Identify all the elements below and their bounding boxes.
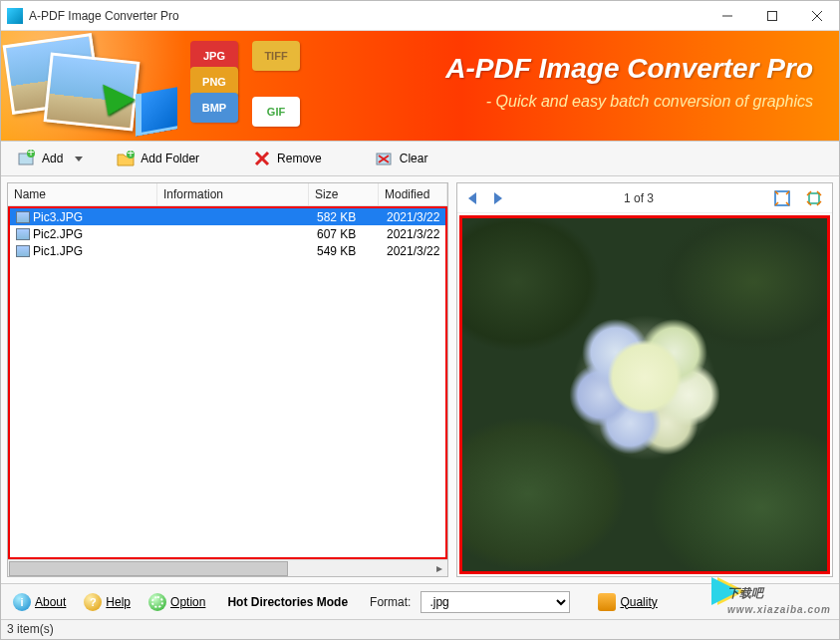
- bottom-toolbar: i About ? Help Option Hot Directories Mo…: [1, 583, 839, 619]
- banner-cube-icon: [136, 87, 177, 136]
- status-bar: 3 item(s): [1, 619, 839, 639]
- preview-image[interactable]: [459, 215, 830, 574]
- remove-icon: [253, 150, 271, 167]
- scrollbar-thumb[interactable]: [9, 561, 288, 576]
- help-button[interactable]: ? Help: [80, 591, 135, 613]
- banner: JPG PNG BMP TIFF GIF A-PDF Image Convert…: [1, 31, 839, 141]
- add-button[interactable]: + Add: [9, 146, 92, 171]
- col-name[interactable]: Name: [8, 183, 157, 205]
- preview-image-content: [462, 218, 827, 571]
- table-row[interactable]: Pic1.JPG 549 KB 2021/3/22 1: [10, 242, 445, 259]
- remove-button[interactable]: Remove: [244, 146, 331, 171]
- minimize-button[interactable]: [704, 1, 749, 31]
- image-file-icon: [16, 245, 30, 257]
- banner-tagline: - Quick and easy batch conversion of gra…: [486, 93, 813, 111]
- scroll-right-icon[interactable]: ▸: [430, 560, 447, 577]
- add-folder-button[interactable]: + Add Folder: [108, 146, 208, 171]
- prev-image-button[interactable]: [465, 191, 479, 205]
- maximize-button[interactable]: [749, 1, 794, 31]
- actual-size-button[interactable]: [804, 188, 824, 208]
- quality-button[interactable]: Quality: [594, 591, 661, 613]
- format-select[interactable]: .jpg: [420, 591, 570, 613]
- col-modified[interactable]: Modified: [379, 183, 447, 205]
- main-toolbar: + Add + Add Folder Remove Clear: [1, 141, 839, 176]
- window-title: A-PDF Image Converter Pro: [29, 9, 704, 23]
- help-icon: ?: [84, 593, 102, 611]
- svg-marker-14: [468, 192, 476, 204]
- image-file-icon: [16, 211, 30, 223]
- format-label: Format:: [370, 595, 411, 609]
- banner-formats-col2: TIFF GIF: [252, 41, 300, 123]
- title-bar: A-PDF Image Converter Pro: [1, 1, 839, 31]
- status-text: 3 item(s): [7, 622, 54, 636]
- app-icon: [7, 8, 23, 24]
- option-button[interactable]: Option: [144, 591, 209, 613]
- banner-title: A-PDF Image Converter Pro: [445, 53, 813, 85]
- svg-text:+: +: [27, 150, 34, 160]
- folder-plus-icon: +: [117, 150, 135, 167]
- main-area: Name Information Size Modified Pic3.JPG …: [1, 176, 839, 583]
- svg-rect-1: [767, 11, 776, 20]
- add-image-icon: +: [18, 150, 36, 167]
- clear-button[interactable]: Clear: [367, 146, 437, 171]
- remove-label: Remove: [277, 152, 322, 165]
- svg-rect-17: [809, 193, 819, 203]
- svg-marker-15: [494, 192, 502, 204]
- preview-toolbar: 1 of 3: [457, 183, 832, 213]
- play-icon: [711, 577, 739, 605]
- svg-text:+: +: [128, 150, 135, 160]
- chevron-down-icon[interactable]: [75, 157, 83, 161]
- horizontal-scrollbar[interactable]: ▸: [8, 559, 447, 576]
- gear-icon: [148, 593, 166, 611]
- col-size[interactable]: Size: [309, 183, 379, 205]
- file-list-pane: Name Information Size Modified Pic3.JPG …: [7, 182, 448, 577]
- add-folder-label: Add Folder: [140, 152, 199, 165]
- quality-icon: [598, 593, 616, 611]
- file-list-rows[interactable]: Pic3.JPG 582 KB 2021/3/22 1 Pic2.JPG 607…: [8, 206, 447, 559]
- next-image-button[interactable]: [491, 191, 505, 205]
- about-button[interactable]: i About: [9, 591, 70, 613]
- table-row[interactable]: Pic3.JPG 582 KB 2021/3/22 1: [10, 208, 445, 225]
- preview-counter: 1 of 3: [517, 191, 760, 205]
- clear-icon: [376, 150, 394, 167]
- table-row[interactable]: Pic2.JPG 607 KB 2021/3/22 1: [10, 225, 445, 242]
- mode-label[interactable]: Hot Directories Mode: [227, 595, 348, 609]
- file-list-header: Name Information Size Modified: [8, 183, 447, 206]
- info-icon: i: [13, 593, 31, 611]
- banner-formats-col1: JPG PNG BMP: [190, 41, 238, 119]
- image-file-icon: [16, 228, 30, 240]
- close-button[interactable]: [794, 1, 839, 31]
- col-information[interactable]: Information: [157, 183, 309, 205]
- fit-window-button[interactable]: [772, 188, 792, 208]
- clear-label: Clear: [400, 152, 428, 165]
- add-button-label: Add: [42, 152, 63, 165]
- preview-pane: 1 of 3: [456, 182, 833, 577]
